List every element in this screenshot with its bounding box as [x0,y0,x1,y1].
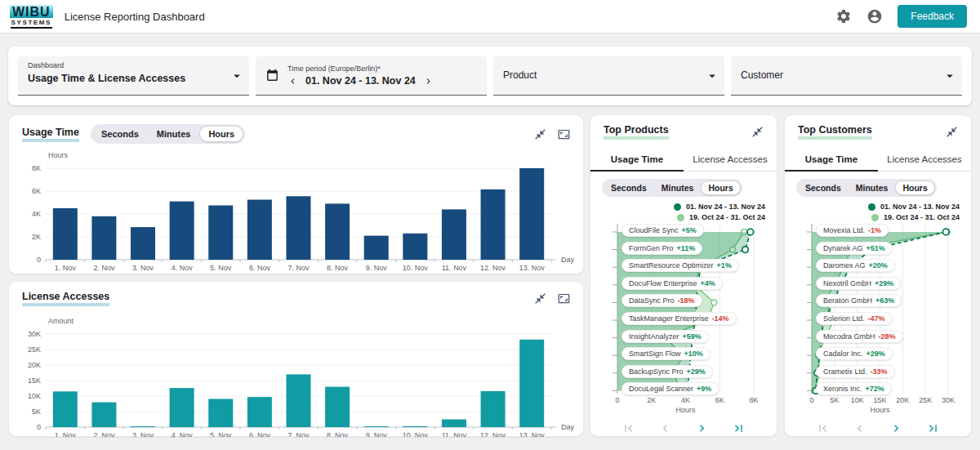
bar-6. Nov[interactable] [247,397,272,427]
bar-1. Nov[interactable] [53,391,78,427]
tab-license-accesses[interactable]: License Accesses [684,148,777,171]
bar-7. Nov[interactable] [287,374,311,427]
bar-2. Nov[interactable] [91,403,116,427]
chevron-right-icon[interactable] [423,76,434,87]
row-pill-Cadalor Inc.[interactable]: Cadalor Inc.+29% [816,347,893,360]
row-pill-InsightAnalyzer[interactable]: InsightAnalyzer+59% [621,330,709,343]
expand-icon[interactable] [558,292,570,305]
bar-12. Nov[interactable] [481,391,506,427]
bar-12. Nov[interactable] [481,189,506,260]
tab-usage-time[interactable]: Usage Time [590,148,684,172]
bar-8. Nov[interactable] [325,387,350,427]
bar-9. Nov[interactable] [364,426,389,427]
collapse-icon[interactable] [534,292,546,305]
bar-1. Nov[interactable] [53,208,78,260]
row-pill-Solerion Ltd.[interactable]: Solerion Ltd.-47% [816,312,893,325]
gear-icon[interactable] [835,8,852,25]
bar-10. Nov[interactable] [403,234,427,260]
row-pill-DataSync Pro[interactable]: DataSync Pro-18% [621,294,702,307]
svg-text:0: 0 [37,423,41,431]
usage-time-chart[interactable]: 02K4K6K8K1. Nov2. Nov3. Nov4. Nov5. Nov6… [12,143,580,272]
bar-7. Nov[interactable] [287,196,311,260]
row-pill-FormGen Pro[interactable]: FormGen Pro+11% [621,242,702,255]
customer-select[interactable]: Customer [731,56,962,96]
row-pill-Nexotril GmbH[interactable]: Nexotril GmbH+29% [816,277,901,290]
bar-10. Nov[interactable] [403,426,427,427]
row-pill-Xeronis Inc.[interactable]: Xeronis Inc.+72% [816,382,892,395]
row-pill-SmartResource Optimizer[interactable]: SmartResource Optimizer+1% [621,259,739,272]
legend-dot-current [674,203,681,211]
next-page-icon[interactable] [695,421,709,435]
license-accesses-panel: License Accesses 05K10K15K20K25K30K1. No… [8,281,584,437]
row-pill-Daromex AG[interactable]: Daromex AG+20% [816,259,895,272]
last-page-icon[interactable] [926,421,940,435]
unit-minutes[interactable]: Minutes [654,180,702,195]
row-pill-SmartSign Flow[interactable]: SmartSign Flow+10% [621,347,710,360]
unit-seconds[interactable]: Seconds [798,180,849,195]
legend-label-previous: 19. Oct 24 - 31. Oct 24 [884,213,960,221]
bar-6. Nov[interactable] [247,200,272,261]
bar-8. Nov[interactable] [325,203,350,260]
row-delta: -18% [678,296,695,305]
bar-11. Nov[interactable] [442,420,466,428]
unit-minutes[interactable]: Minutes [148,126,200,142]
unit-hours[interactable]: Hours [701,180,740,195]
row-pill-Beraton GmbH[interactable]: Beraton GmbH+63% [816,294,902,307]
svg-text:8K: 8K [32,164,41,172]
next-page-icon[interactable] [889,421,903,435]
bar-5. Nov[interactable] [208,399,233,427]
unit-seconds[interactable]: Seconds [604,180,654,195]
bar-3. Nov[interactable] [131,426,155,427]
row-pill-CloudFile Sync[interactable]: CloudFile Sync+5% [621,224,704,237]
product-select[interactable]: Product [493,56,724,96]
bar-4. Nov[interactable] [170,202,194,260]
row-pill-BackupSync Pro[interactable]: BackupSync Pro+29% [621,365,713,378]
license-accesses-chart[interactable]: 05K10K15K20K25K30K1. Nov2. Nov3. Nov4. N… [12,306,580,437]
row-pill-DocuFlow Enterprise[interactable]: DocuFlow Enterprise+4% [621,277,723,290]
bar-9. Nov[interactable] [364,236,389,260]
row-pill-Movexia Ltd.[interactable]: Movexia Ltd.-1% [816,224,889,237]
collapse-icon[interactable] [946,126,958,138]
bar-13. Nov[interactable] [519,340,544,427]
first-page-icon[interactable] [816,421,830,435]
row-pill-Dynarek AG[interactable]: Dynarek AG+51% [816,242,893,255]
top-customers-chart[interactable]: 05K10K15K20K25K30KHours Movexia Ltd.-1%D… [785,222,971,417]
bar-11. Nov[interactable] [442,209,466,260]
account-icon[interactable] [866,8,883,25]
time-period-field[interactable]: Time period (Europe/Berlin)* 01. Nov 24 … [256,56,487,96]
previous-page-icon[interactable] [853,421,866,435]
chevron-left-icon[interactable] [287,76,298,87]
feedback-button[interactable]: Feedback [898,5,967,28]
row-pill-DocuLegal Scanner[interactable]: DocuLegal Scanner+9% [621,382,719,395]
svg-text:1. Nov: 1. Nov [55,264,77,272]
row-delta: -1% [868,226,881,234]
top-products-chart[interactable]: 02K4K6K8KHours CloudFile Sync+5%FormGen … [590,222,777,417]
collapse-icon[interactable] [534,128,546,140]
bar-13. Nov[interactable] [519,168,544,260]
svg-text:6. Nov: 6. Nov [249,264,271,272]
first-page-icon[interactable] [621,421,635,435]
row-pill-Mecodra GmbH[interactable]: Mecodra GmbH-28% [816,330,903,343]
unit-hours[interactable]: Hours [199,126,243,142]
bar-2. Nov[interactable] [91,216,116,260]
unit-minutes[interactable]: Minutes [849,180,896,195]
bar-5. Nov[interactable] [208,206,233,261]
svg-text:7. Nov: 7. Nov [287,431,310,437]
row-pill-Crametix Ltd.[interactable]: Crametix Ltd.-33% [816,365,895,378]
previous-page-icon[interactable] [658,421,672,435]
row-label: BackupSync Pro [629,368,684,376]
row-pill-TaskManager Enterprise[interactable]: TaskManager Enterprise-14% [621,312,737,325]
tab-usage-time[interactable]: Usage Time [785,148,878,172]
tab-license-accesses[interactable]: License Accesses [878,148,971,171]
unit-hours[interactable]: Hours [895,180,934,195]
expand-icon[interactable] [558,128,570,140]
last-page-icon[interactable] [732,421,746,435]
collapse-icon[interactable] [751,126,764,138]
svg-text:3. Nov: 3. Nov [132,431,154,437]
svg-text:25K: 25K [28,345,41,354]
unit-seconds[interactable]: Seconds [92,126,148,142]
bar-3. Nov[interactable] [131,227,155,260]
row-delta: -14% [712,314,729,323]
dashboard-select[interactable]: Dashboard Usage Time & License Accesses [18,56,249,96]
bar-4. Nov[interactable] [170,388,194,427]
